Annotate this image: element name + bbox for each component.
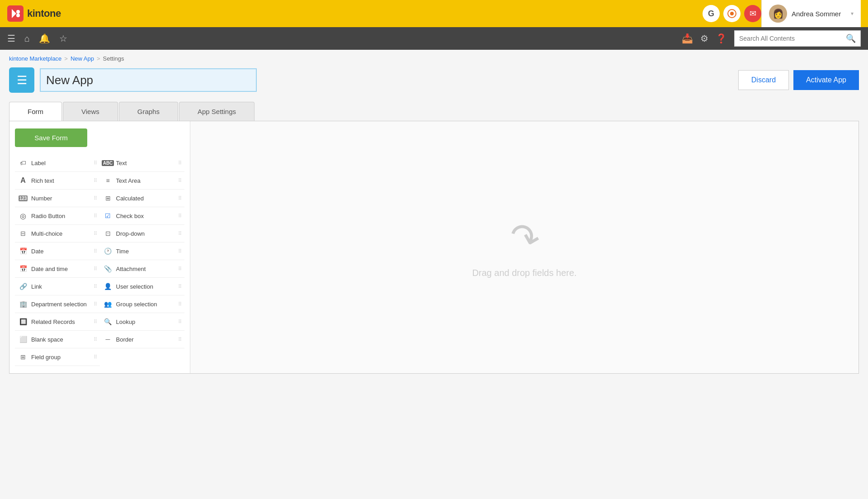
hamburger-icon[interactable]: ☰ bbox=[7, 33, 15, 44]
bell-icon[interactable]: 🔔 bbox=[39, 33, 50, 44]
field-item-dropdown[interactable]: ⊡ Drop-down ⠿ bbox=[100, 225, 185, 242]
logo-text: kintone bbox=[27, 8, 61, 19]
tab-app-settings[interactable]: App Settings bbox=[179, 102, 255, 121]
drop-text: Drag and drop fields here. bbox=[472, 268, 576, 278]
field-icon-fieldGroup: ⊞ bbox=[19, 352, 28, 361]
field-item-dateAndTime[interactable]: 📅 Date and time ⠿ bbox=[15, 260, 100, 278]
field-label-lookup: Lookup bbox=[116, 318, 136, 325]
search-button[interactable]: 🔍 bbox=[841, 33, 860, 43]
field-label-textArea: Text Area bbox=[116, 177, 141, 184]
field-item-text[interactable]: ABC Text ⠿ bbox=[100, 154, 185, 172]
field-item-groupSelection[interactable]: 👥 Group selection ⠿ bbox=[100, 295, 185, 313]
drag-handle-relatedRecords: ⠿ bbox=[94, 319, 97, 325]
field-item-multiChoice[interactable]: ⊟ Multi-choice ⠿ bbox=[15, 225, 100, 242]
target-icon bbox=[727, 9, 737, 19]
second-bar-left: ☰ ⌂ 🔔 ☆ bbox=[7, 33, 675, 44]
field-item-relatedRecords[interactable]: 🔲 Related Records ⠿ bbox=[15, 313, 100, 331]
field-item-time[interactable]: 🕐 Time ⠿ bbox=[100, 242, 185, 260]
breadcrumb-item-newapp[interactable]: New App bbox=[71, 55, 94, 62]
drag-handle-richText: ⠿ bbox=[94, 178, 97, 184]
drop-area: ↷ Drag and drop fields here. bbox=[190, 121, 859, 373]
grammarly-icon[interactable]: G bbox=[703, 5, 720, 22]
field-item-userSelection[interactable]: 👤 User selection ⠿ bbox=[100, 278, 185, 295]
field-item-calculated[interactable]: ⊞ Calculated ⠿ bbox=[100, 190, 185, 207]
discard-button[interactable]: Discard bbox=[738, 70, 789, 90]
field-label-number: Number bbox=[31, 195, 52, 202]
drag-handle-departmentSelection: ⠿ bbox=[94, 301, 97, 307]
user-avatar: 👩 bbox=[769, 5, 787, 23]
field-item-blankSpace[interactable]: ⬜ Blank space ⠿ bbox=[15, 331, 100, 348]
drag-handle-checkBox: ⠿ bbox=[178, 213, 182, 219]
breadcrumb-item-marketplace[interactable]: kintone Marketplace bbox=[9, 55, 61, 62]
field-label-text: Text bbox=[116, 160, 127, 166]
star-icon[interactable]: ☆ bbox=[59, 33, 67, 44]
gear-icon[interactable]: ⚙ bbox=[700, 33, 708, 44]
field-item-date[interactable]: 📅 Date ⠿ bbox=[15, 242, 100, 260]
drag-handle-lookup: ⠿ bbox=[178, 319, 182, 325]
field-label-dropdown: Drop-down bbox=[116, 230, 145, 237]
field-item-number[interactable]: 123 Number ⠿ bbox=[15, 190, 100, 207]
svg-point-5 bbox=[730, 12, 734, 15]
drag-handle-label: ⠿ bbox=[94, 160, 97, 166]
drag-handle-attachment: ⠿ bbox=[178, 266, 182, 272]
field-item-fieldGroup[interactable]: ⊞ Field group ⠿ bbox=[15, 348, 100, 366]
field-item-link[interactable]: 🔗 Link ⠿ bbox=[15, 278, 100, 295]
drag-handle-link: ⠿ bbox=[94, 284, 97, 290]
field-item-departmentSelection[interactable]: 🏢 Department selection ⠿ bbox=[15, 295, 100, 313]
field-icon-number: 123 bbox=[19, 194, 28, 203]
inbox-icon[interactable]: 📥 bbox=[682, 33, 693, 44]
field-icon-calculated: ⊞ bbox=[104, 194, 113, 203]
field-icon-checkBox: ☑ bbox=[104, 211, 113, 220]
field-item-lookup[interactable]: 🔍 Lookup ⠿ bbox=[100, 313, 185, 331]
user-name: Andrea Sommer bbox=[792, 10, 846, 18]
drag-handle-border: ⠿ bbox=[178, 337, 182, 342]
field-icon-link: 🔗 bbox=[19, 282, 28, 291]
search-area: 🔍 bbox=[734, 30, 861, 47]
field-label-calculated: Calculated bbox=[116, 195, 144, 202]
field-icon-radioButton: ◎ bbox=[19, 211, 28, 220]
circle-icon[interactable] bbox=[723, 5, 741, 22]
field-item-attachment[interactable]: 📎 Attachment ⠿ bbox=[100, 260, 185, 278]
field-item-label[interactable]: 🏷 Label ⠿ bbox=[15, 154, 100, 172]
field-label-relatedRecords: Related Records bbox=[31, 318, 75, 325]
search-input[interactable] bbox=[735, 35, 841, 42]
activate-app-button[interactable]: Activate App bbox=[793, 70, 859, 90]
drag-handle-blankSpace: ⠿ bbox=[94, 337, 97, 342]
tabs-bar: Form Views Graphs App Settings bbox=[9, 102, 859, 121]
title-actions: Discard Activate App bbox=[262, 70, 859, 90]
help-icon[interactable]: ❓ bbox=[716, 33, 727, 44]
user-area[interactable]: 👩 Andrea Sommer ▾ bbox=[761, 0, 861, 27]
field-item-textArea[interactable]: ≡ Text Area ⠿ bbox=[100, 172, 185, 190]
field-icon-border: ─ bbox=[104, 335, 113, 344]
field-item-richText[interactable]: A Rich text ⠿ bbox=[15, 172, 100, 190]
breadcrumb-item-settings: Settings bbox=[103, 55, 124, 62]
field-item-checkBox[interactable]: ☑ Check box ⠿ bbox=[100, 207, 185, 225]
field-label-link: Link bbox=[31, 283, 42, 290]
tab-views[interactable]: Views bbox=[63, 102, 118, 121]
save-form-button[interactable]: Save Form bbox=[15, 128, 87, 147]
tab-graphs[interactable]: Graphs bbox=[119, 102, 178, 121]
field-icon-richText: A bbox=[19, 176, 28, 185]
fields-grid: 🏷 Label ⠿ ABC Text ⠿ A Rich text ⠿ ≡ Tex… bbox=[15, 154, 184, 366]
drag-handle-calculated: ⠿ bbox=[178, 195, 182, 201]
field-icon-userSelection: 👤 bbox=[104, 282, 113, 291]
field-label-checkBox: Check box bbox=[116, 213, 144, 219]
home-icon[interactable]: ⌂ bbox=[24, 33, 30, 44]
field-icon-attachment: 📎 bbox=[104, 264, 113, 273]
field-icon-multiChoice: ⊟ bbox=[19, 229, 28, 238]
app-name-input[interactable] bbox=[40, 68, 257, 92]
tab-form[interactable]: Form bbox=[9, 102, 62, 121]
field-icon-relatedRecords: 🔲 bbox=[19, 317, 28, 326]
mail-icon[interactable]: ✉ bbox=[744, 5, 761, 22]
breadcrumb-sep-1: > bbox=[64, 55, 68, 62]
field-label-groupSelection: Group selection bbox=[116, 301, 157, 308]
field-item-radioButton[interactable]: ◎ Radio Button ⠿ bbox=[15, 207, 100, 225]
top-bar-icons: G ✉ bbox=[703, 5, 761, 22]
field-label-attachment: Attachment bbox=[116, 266, 146, 272]
second-bar: ☰ ⌂ 🔔 ☆ 📥 ⚙ ❓ 🔍 bbox=[0, 27, 868, 50]
drag-handle-groupSelection: ⠿ bbox=[178, 301, 182, 307]
kintone-logo-icon bbox=[7, 5, 24, 22]
field-label-departmentSelection: Department selection bbox=[31, 301, 87, 308]
field-item-border[interactable]: ─ Border ⠿ bbox=[100, 331, 185, 348]
field-label-userSelection: User selection bbox=[116, 283, 153, 290]
